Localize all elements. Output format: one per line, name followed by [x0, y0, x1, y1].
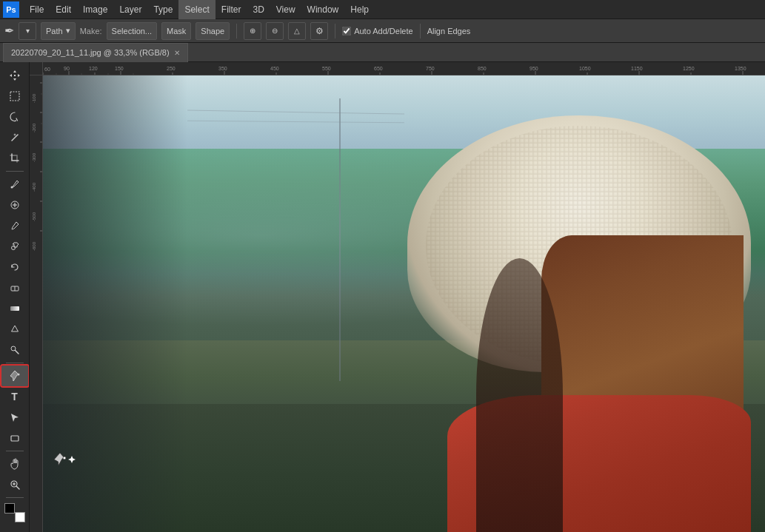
tool-lasso[interactable] — [1, 107, 28, 127]
svg-rect-56 — [30, 75, 43, 532]
tool-eyedropper[interactable] — [1, 174, 28, 195]
menu-image[interactable]: Image — [77, 0, 113, 19]
delete-anchor-btn[interactable]: ⊖ — [266, 22, 284, 40]
make-label: Make: — [80, 27, 102, 36]
photo-canvas — [43, 75, 765, 532]
align-edges-label: Align Edges — [427, 27, 471, 36]
toolbar-separator-3 — [6, 451, 24, 451]
ps-logo: Ps — [3, 1, 19, 18]
tool-path-select[interactable] — [1, 407, 28, 428]
svg-text:950: 950 — [530, 66, 538, 71]
tool-pen[interactable] — [1, 366, 28, 386]
tool-move[interactable] — [1, 65, 28, 86]
tool-brush[interactable] — [1, 215, 28, 236]
svg-line-12 — [15, 351, 19, 354]
svg-text:90: 90 — [64, 66, 70, 71]
add-anchor-btn[interactable]: ⊕ — [244, 22, 261, 40]
tool-type[interactable]: T — [1, 386, 28, 407]
menu-help[interactable]: Help — [344, 0, 375, 19]
shape-button[interactable]: Shape — [196, 22, 230, 40]
ruler-vertical: -100 -200 -300 -400 -500 -600 — [30, 75, 43, 532]
svg-text:60: 60 — [44, 67, 50, 72]
menu-file[interactable]: File — [24, 0, 50, 19]
toolbar-separator-2 — [6, 363, 24, 363]
selection-button[interactable]: Selection... — [107, 22, 157, 40]
svg-text:250: 250 — [167, 66, 176, 71]
document-tab[interactable]: 20220709_20_11_11.jpg @ 33,3% (RGB/8) ✕ — [3, 43, 188, 62]
background-color-box[interactable] — [15, 512, 25, 522]
separator-1 — [236, 24, 237, 38]
svg-text:750: 750 — [426, 66, 435, 71]
svg-text:-600: -600 — [32, 241, 36, 251]
svg-text:550: 550 — [322, 66, 331, 71]
main-area: T — [0, 62, 765, 532]
powerline-pole — [339, 98, 341, 382]
svg-text:1050: 1050 — [579, 66, 591, 71]
mask-button[interactable]: Mask — [161, 22, 191, 40]
foreground-color-box[interactable] — [4, 503, 15, 514]
separator-3 — [420, 24, 421, 38]
svg-rect-10 — [10, 306, 19, 311]
separator-2 — [335, 24, 335, 38]
gear-icon-btn[interactable]: ⚙ — [310, 22, 328, 40]
tool-gradient[interactable] — [1, 298, 28, 319]
optionsbar: ✒ ▾ Path ▾ Make: Selection... Mask Shape… — [0, 19, 765, 43]
menu-window[interactable]: Window — [301, 0, 345, 19]
tool-hand[interactable] — [1, 454, 28, 474]
menu-layer[interactable]: Layer — [113, 0, 147, 19]
tool-eraser[interactable] — [1, 277, 28, 298]
auto-add-delete-group: Auto Add/Delete — [342, 27, 413, 36]
svg-text:1150: 1150 — [631, 66, 643, 71]
color-boxes — [4, 503, 25, 522]
tool-clone[interactable] — [1, 236, 28, 257]
image-viewport[interactable] — [43, 75, 765, 532]
svg-text:1350: 1350 — [735, 66, 746, 71]
menubar: Ps File Edit Image Layer Type Select Fil… — [0, 0, 765, 19]
tool-magic-wand[interactable] — [1, 127, 28, 148]
svg-text:-500: -500 — [32, 212, 36, 221]
ruler-corner — [30, 62, 43, 75]
toolbar-separator-4 — [6, 497, 24, 498]
person-shadow — [476, 258, 563, 532]
ruler-horizontal: 60 90 120 150 250 350 450 — [43, 62, 765, 75]
svg-text:-300: -300 — [32, 152, 36, 162]
menu-3d[interactable]: 3D — [247, 0, 270, 19]
toolbar: T — [0, 62, 30, 532]
tool-zoom[interactable] — [1, 474, 28, 495]
path-dropdown[interactable]: Path ▾ — [41, 22, 76, 40]
auto-add-delete-label: Auto Add/Delete — [354, 27, 413, 36]
svg-point-7 — [11, 246, 15, 250]
tool-marquee-rect[interactable] — [1, 86, 28, 107]
svg-point-3 — [10, 186, 13, 189]
tool-crop[interactable] — [1, 148, 28, 169]
tab-label: 20220709_20_11_11.jpg @ 33,3% (RGB/8) — [11, 48, 170, 57]
tab-close-btn[interactable]: ✕ — [174, 49, 180, 57]
convert-point-btn[interactable]: △ — [288, 22, 306, 40]
tool-blur[interactable] — [1, 319, 28, 340]
svg-rect-1 — [10, 92, 19, 101]
auto-add-delete-checkbox[interactable] — [342, 27, 351, 36]
menu-edit[interactable]: Edit — [50, 0, 77, 19]
tool-dodge[interactable] — [1, 340, 28, 360]
current-tool-icon: ✒ — [4, 24, 14, 38]
svg-text:-100: -100 — [32, 93, 36, 103]
svg-text:-400: -400 — [32, 182, 36, 192]
tool-shape[interactable] — [1, 428, 28, 448]
canvas-area: 60 90 120 150 250 350 450 — [30, 62, 765, 532]
menu-select[interactable]: Select — [178, 0, 215, 19]
svg-rect-0 — [14, 75, 16, 76]
tool-healing[interactable] — [1, 195, 28, 215]
tabbar: 20220709_20_11_11.jpg @ 33,3% (RGB/8) ✕ — [0, 43, 765, 62]
svg-text:-200: -200 — [32, 123, 36, 132]
align-edges-group: Align Edges — [427, 27, 471, 36]
menu-view[interactable]: View — [270, 0, 301, 19]
menu-type[interactable]: Type — [147, 0, 178, 19]
svg-text:350: 350 — [218, 66, 227, 71]
svg-text:450: 450 — [270, 66, 279, 71]
svg-text:120: 120 — [89, 66, 98, 71]
tool-history-brush[interactable] — [1, 257, 28, 277]
svg-rect-19 — [43, 62, 765, 75]
toolbar-separator-1 — [6, 171, 24, 172]
tool-options-icon[interactable]: ▾ — [19, 22, 36, 40]
menu-filter[interactable]: Filter — [216, 0, 247, 19]
